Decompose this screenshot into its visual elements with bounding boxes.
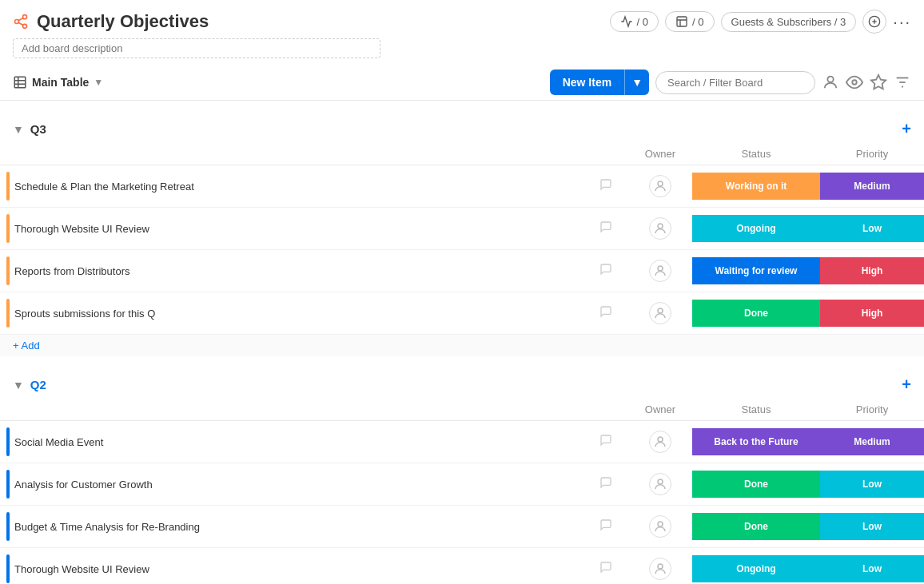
svg-line-3	[18, 22, 23, 25]
pulse-counter-btn[interactable]: / 0	[610, 11, 659, 32]
item-name[interactable]: Thorough Website UI Review	[14, 563, 590, 575]
priority-badge[interactable]: High	[820, 300, 924, 327]
board-desc-input[interactable]	[13, 38, 380, 58]
table-name: Main Table	[32, 76, 89, 89]
col-header-status: Status	[692, 143, 820, 165]
filter-btn[interactable]	[894, 73, 911, 91]
status-badge[interactable]: Done	[692, 513, 820, 540]
item-name[interactable]: Social Media Event	[14, 436, 590, 448]
chat-icon[interactable]	[599, 478, 612, 491]
item-name[interactable]: Schedule & Plan the Marketing Retreat	[14, 181, 590, 193]
top-actions: / 0 / 0 Guests & Subscribers / 3 ···	[610, 10, 911, 34]
group-q2-header: ▼Q2+	[0, 371, 924, 399]
svg-point-22	[658, 564, 663, 569]
eye-btn[interactable]	[846, 73, 863, 91]
avatar[interactable]	[649, 260, 671, 282]
priority-badge[interactable]: Low	[820, 513, 924, 540]
share-icon[interactable]	[13, 14, 29, 30]
svg-rect-5	[677, 17, 687, 26]
status-badge[interactable]: Done	[692, 471, 820, 498]
item-name[interactable]: Sprouts submissions for this Q	[14, 308, 590, 320]
group-q3-chevron[interactable]: ▼	[13, 123, 24, 136]
groups-container: ▼Q3+OwnerStatusPrioritySchedule & Plan t…	[0, 115, 924, 584]
color-bar	[6, 512, 10, 541]
color-bar	[6, 299, 10, 328]
avatar[interactable]	[649, 473, 671, 495]
group-q3: ▼Q3+OwnerStatusPrioritySchedule & Plan t…	[0, 115, 924, 356]
color-bar	[6, 214, 10, 243]
priority-badge[interactable]: Low	[820, 555, 924, 582]
priority-badge[interactable]: High	[820, 257, 924, 284]
col-header-item	[0, 399, 599, 421]
new-item-group: New Item ▼	[550, 70, 649, 95]
avatar[interactable]	[649, 217, 671, 240]
group-q3-title: Q3	[30, 122, 46, 136]
color-bar	[6, 256, 10, 285]
table-label[interactable]: Main Table ▼	[13, 75, 103, 89]
table-row: Thorough Website UI ReviewOngoingLow	[0, 208, 924, 250]
group-q3-header: ▼Q3+	[0, 115, 924, 143]
svg-point-10	[827, 77, 833, 82]
svg-rect-9	[14, 77, 26, 88]
activity-counter-btn[interactable]: / 0	[665, 11, 714, 32]
svg-point-11	[852, 80, 857, 85]
avatar[interactable]	[649, 515, 671, 538]
col-header-priority: Priority	[820, 143, 924, 165]
status-badge[interactable]: Done	[692, 300, 820, 327]
more-options-btn[interactable]: ···	[893, 13, 911, 31]
chat-icon[interactable]	[599, 520, 612, 534]
group-q2-chevron[interactable]: ▼	[13, 379, 24, 391]
toolbar: Main Table ▼ New Item ▼	[0, 65, 924, 101]
table-row: Analysis for Customer GrowthDoneLow	[0, 463, 924, 506]
invite-btn[interactable]	[862, 10, 886, 34]
guests-label: Guests & Subscribers / 3	[731, 16, 846, 28]
guests-btn[interactable]: Guests & Subscribers / 3	[721, 12, 857, 32]
toolbar-right: New Item ▼	[550, 70, 911, 95]
svg-point-15	[658, 181, 663, 186]
priority-badge[interactable]: Low	[820, 471, 924, 498]
item-name[interactable]: Thorough Website UI Review	[14, 223, 590, 235]
top-header: Quarterly Objectives / 0 / 0 Guests & Su…	[0, 0, 924, 37]
status-badge[interactable]: Ongoing	[692, 215, 820, 242]
color-bar	[6, 554, 10, 583]
chat-icon[interactable]	[599, 264, 612, 278]
pulse-counter-label: / 0	[637, 16, 648, 28]
group-q3-add-col-btn[interactable]: +	[902, 120, 911, 138]
table-chevron-icon: ▼	[94, 77, 103, 88]
svg-point-16	[658, 224, 663, 228]
new-item-dropdown-btn[interactable]: ▼	[624, 70, 649, 95]
status-badge[interactable]: Waiting for review	[692, 257, 820, 284]
color-bar	[6, 427, 10, 456]
col-header-owner: Owner	[628, 399, 692, 421]
table-row: Schedule & Plan the Marketing RetreatWor…	[0, 165, 924, 208]
new-item-btn[interactable]: New Item	[550, 70, 624, 95]
group-q2-add-col-btn[interactable]: +	[902, 375, 911, 394]
chat-icon[interactable]	[599, 180, 612, 193]
chat-icon[interactable]	[599, 435, 612, 449]
status-badge[interactable]: Back to the Future	[692, 428, 820, 455]
avatar[interactable]	[649, 431, 671, 453]
chat-icon[interactable]	[599, 562, 612, 576]
priority-badge[interactable]: Medium	[820, 428, 924, 455]
group-q2-table: OwnerStatusPrioritySocial Media EventBac…	[0, 399, 924, 584]
status-badge[interactable]: Working on it	[692, 173, 820, 200]
svg-point-21	[658, 522, 663, 526]
search-input[interactable]	[655, 71, 815, 94]
chat-icon[interactable]	[599, 222, 612, 236]
item-name[interactable]: Analysis for Customer Growth	[14, 479, 590, 491]
profile-btn[interactable]	[822, 73, 839, 91]
chat-icon[interactable]	[599, 307, 612, 320]
status-badge[interactable]: Ongoing	[692, 555, 820, 582]
group-q3-add-row-btn[interactable]: + Add	[0, 335, 924, 356]
avatar[interactable]	[649, 175, 671, 197]
item-name[interactable]: Reports from Distributors	[14, 265, 590, 277]
pin-btn[interactable]	[870, 73, 887, 91]
avatar[interactable]	[649, 558, 671, 580]
item-name[interactable]: Budget & Time Analysis for Re-Branding	[14, 521, 590, 533]
avatar[interactable]	[649, 302, 671, 324]
col-header-status: Status	[692, 399, 820, 421]
group-q2-title: Q2	[30, 378, 46, 391]
priority-badge[interactable]: Medium	[820, 173, 924, 200]
priority-badge[interactable]: Low	[820, 215, 924, 242]
page-title: Quarterly Objectives	[37, 11, 209, 32]
